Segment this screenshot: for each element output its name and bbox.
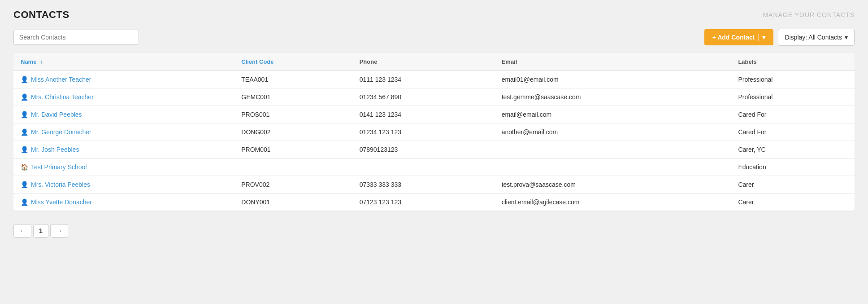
pagination: ← 1 →	[13, 220, 855, 242]
cell-client-code: PROV002	[234, 176, 352, 194]
person-icon: 👤	[21, 93, 28, 101]
col-header-labels: Labels	[731, 53, 855, 71]
cell-labels: Cared For	[731, 106, 855, 123]
cell-labels: Cared For	[731, 123, 855, 141]
cell-client-code: TEAA001	[234, 71, 352, 88]
table-header-row: Name ↑ Client Code Phone Email Labels	[13, 53, 855, 71]
display-filter-label: Display: All Contacts	[785, 34, 842, 41]
contact-name-text: Miss Another Teacher	[31, 76, 91, 83]
cell-labels: Carer	[731, 176, 855, 194]
cell-name[interactable]: 🏠 Test Primary School	[13, 159, 234, 176]
cell-labels: Carer, YC	[731, 141, 855, 159]
person-icon: 👤	[21, 146, 28, 153]
contacts-table: Name ↑ Client Code Phone Email Labels	[13, 53, 855, 211]
page-title: CONTACTS	[13, 9, 69, 21]
add-contact-label: + Add Contact	[712, 34, 755, 41]
cell-email: test.prova@saascase.com	[495, 176, 731, 194]
table-row: 👤 Miss Yvette Donacher DONY001 07123 123…	[13, 194, 855, 211]
cell-name[interactable]: 👤 Miss Yvette Donacher	[13, 194, 234, 211]
cell-labels: Professional	[731, 71, 855, 88]
cell-client-code: DONY001	[234, 194, 352, 211]
table-row: 🏠 Test Primary School Education	[13, 159, 855, 176]
cell-phone: 07890123123	[352, 141, 495, 159]
pagination-prev-button[interactable]: ←	[13, 224, 31, 238]
name-sort-arrow-icon: ↑	[40, 58, 43, 65]
contact-name-link[interactable]: 👤 Miss Another Teacher	[21, 76, 227, 83]
cell-name[interactable]: 👤 Mrs. Victoria Peebles	[13, 176, 234, 194]
person-icon: 👤	[21, 111, 28, 118]
cell-client-code	[234, 159, 352, 176]
cell-email: test.gemme@saascase.com	[495, 88, 731, 106]
top-bar: CONTACTS MANAGE YOUR CONTACTS	[13, 9, 855, 21]
table-row: 👤 Mr. George Donacher DONG002 01234 123 …	[13, 123, 855, 141]
add-contact-button[interactable]: + Add Contact ▾	[704, 29, 774, 45]
cell-client-code: GEMC001	[234, 88, 352, 106]
cell-email: email@email.com	[495, 106, 731, 123]
display-dropdown-arrow-icon: ▾	[845, 34, 848, 41]
cell-client-code: DONG002	[234, 123, 352, 141]
table-row: 👤 Mrs. Christina Teacher GEMC001 01234 5…	[13, 88, 855, 106]
cell-name[interactable]: 👤 Mr. David Peebles	[13, 106, 234, 123]
col-email-label: Email	[502, 58, 517, 65]
contact-name-text: Miss Yvette Donacher	[31, 198, 92, 206]
org-icon: 🏠	[21, 163, 28, 171]
cell-phone: 0141 123 1234	[352, 106, 495, 123]
display-filter-button[interactable]: Display: All Contacts ▾	[778, 29, 855, 46]
contact-name-link[interactable]: 👤 Mr. David Peebles	[21, 111, 227, 118]
cell-phone: 01234 567 890	[352, 88, 495, 106]
person-icon: 👤	[21, 76, 28, 83]
cell-name[interactable]: 👤 Mr. George Donacher	[13, 123, 234, 141]
contact-name-link[interactable]: 🏠 Test Primary School	[21, 163, 227, 171]
contact-name-link[interactable]: 👤 Mr. Josh Peebles	[21, 146, 227, 153]
cell-labels: Education	[731, 159, 855, 176]
col-labels-label: Labels	[738, 58, 756, 65]
contact-name-text: Test Primary School	[31, 163, 87, 171]
cell-labels: Carer	[731, 194, 855, 211]
cell-phone: 07123 123 123	[352, 194, 495, 211]
cell-labels: Professional	[731, 88, 855, 106]
contact-name-link[interactable]: 👤 Miss Yvette Donacher	[21, 198, 227, 206]
pagination-next-button[interactable]: →	[50, 224, 68, 238]
cell-name[interactable]: 👤 Miss Another Teacher	[13, 71, 234, 88]
add-contact-dropdown-arrow: ▾	[758, 34, 765, 41]
col-header-phone: Phone	[352, 53, 495, 71]
contact-name-text: Mr. Josh Peebles	[31, 146, 79, 153]
page-container: CONTACTS MANAGE YOUR CONTACTS + Add Cont…	[0, 0, 868, 251]
cell-client-code: PROS001	[234, 106, 352, 123]
toolbar-right: + Add Contact ▾ Display: All Contacts ▾	[704, 29, 855, 46]
table-row: 👤 Mrs. Victoria Peebles PROV002 07333 33…	[13, 176, 855, 194]
pagination-page-1-button[interactable]: 1	[33, 224, 48, 238]
contact-name-text: Mrs. Victoria Peebles	[31, 181, 90, 188]
contact-name-link[interactable]: 👤 Mrs. Victoria Peebles	[21, 181, 227, 188]
cell-phone: 01234 123 123	[352, 123, 495, 141]
cell-email	[495, 141, 731, 159]
table-row: 👤 Miss Another Teacher TEAA001 0111 123 …	[13, 71, 855, 88]
cell-phone: 0111 123 1234	[352, 71, 495, 88]
col-header-email: Email	[495, 53, 731, 71]
table-header: Name ↑ Client Code Phone Email Labels	[13, 53, 855, 71]
cell-email: client.email@agilecase.com	[495, 194, 731, 211]
contact-name-text: Mr. David Peebles	[31, 111, 82, 118]
col-header-client-code[interactable]: Client Code	[234, 53, 352, 71]
col-name-label: Name	[21, 58, 36, 65]
person-icon: 👤	[21, 198, 28, 206]
col-header-name[interactable]: Name ↑	[13, 53, 234, 71]
col-phone-label: Phone	[360, 58, 378, 65]
cell-client-code: PROM001	[234, 141, 352, 159]
person-icon: 👤	[21, 181, 28, 188]
col-client-code-label: Client Code	[241, 58, 273, 65]
cell-name[interactable]: 👤 Mr. Josh Peebles	[13, 141, 234, 159]
contact-name-link[interactable]: 👤 Mrs. Christina Teacher	[21, 93, 227, 101]
cell-phone: 07333 333 333	[352, 176, 495, 194]
cell-email: another@email.com	[495, 123, 731, 141]
contact-name-text: Mrs. Christina Teacher	[31, 93, 94, 101]
contact-name-text: Mr. George Donacher	[31, 128, 91, 136]
table-row: 👤 Mr. Josh Peebles PROM001 07890123123 C…	[13, 141, 855, 159]
search-input[interactable]	[13, 30, 139, 45]
cell-phone	[352, 159, 495, 176]
contacts-tbody: 👤 Miss Another Teacher TEAA001 0111 123 …	[13, 71, 855, 211]
manage-label: MANAGE YOUR CONTACTS	[763, 11, 855, 18]
contact-name-link[interactable]: 👤 Mr. George Donacher	[21, 128, 227, 136]
cell-email: email01@email.com	[495, 71, 731, 88]
cell-name[interactable]: 👤 Mrs. Christina Teacher	[13, 88, 234, 106]
